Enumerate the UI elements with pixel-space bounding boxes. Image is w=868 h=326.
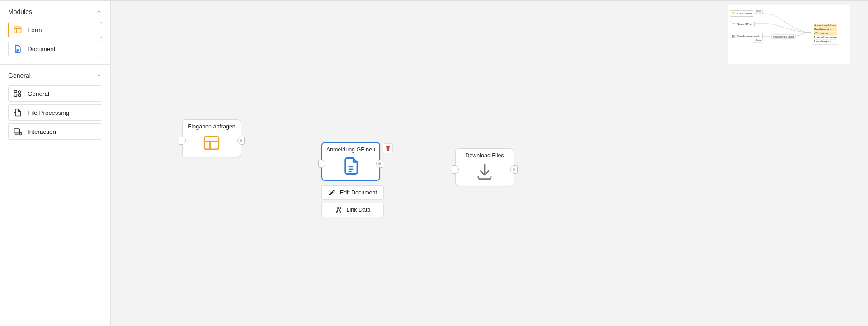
- section-items-general: General File Processing Interaction: [0, 85, 110, 142]
- svg-rect-0: [14, 27, 21, 33]
- svg-rect-6: [14, 90, 17, 92]
- node-title: Download Files: [456, 149, 514, 161]
- palette-item-label: General: [28, 90, 49, 97]
- section-title: General: [8, 72, 31, 79]
- node-document[interactable]: Anmeldung GF neu: [321, 142, 380, 181]
- minimap-card-row: Handelsregister: [814, 40, 837, 44]
- svg-point-11: [19, 133, 22, 135]
- svg-rect-15: [204, 137, 219, 149]
- minimap-pill: Unternehmen Objekt: [771, 34, 796, 39]
- section-header-modules[interactable]: Modules: [0, 1, 110, 22]
- node-download[interactable]: Download Files: [455, 148, 514, 186]
- node-body: [183, 132, 241, 157]
- svg-point-8: [19, 91, 21, 93]
- node-title: Anmeldung GF neu: [322, 143, 379, 155]
- palette-item-form[interactable]: Form: [8, 22, 102, 38]
- minimap-label: AR-Nummer: [737, 12, 752, 15]
- section-header-general[interactable]: General: [0, 65, 110, 85]
- delete-node-button[interactable]: [383, 143, 393, 153]
- interaction-icon: [13, 127, 22, 136]
- minimap-node: AR-Nummer: [730, 10, 754, 17]
- node-form[interactable]: Eingaben abfragen: [182, 119, 241, 157]
- node-actions: Edit Document Link Data: [321, 185, 384, 217]
- section-title: Modules: [8, 8, 32, 15]
- connectors: [111, 1, 246, 69]
- port-out[interactable]: [510, 165, 518, 174]
- palette-item-file-processing[interactable]: File Processing: [8, 104, 102, 121]
- minimap[interactable]: AR-Nummer +Seite Name GF alt Mandantenau…: [728, 5, 850, 64]
- minimap-label: Mandantenauswahl: [737, 35, 760, 38]
- general-icon: [13, 89, 22, 98]
- minimap-card-row: Anmeldung GF neu: [814, 24, 837, 28]
- minimap-card: Anmeldung GF neu Kaufdatenseiten AR-Numm…: [812, 23, 839, 45]
- sidebar-section-modules: Modules Form: [0, 1, 110, 65]
- minimap-card-row: Unternehmensname: [814, 36, 837, 40]
- palette-item-general[interactable]: General: [8, 85, 102, 102]
- minimap-label: Name GF alt: [737, 23, 752, 25]
- palette-item-label: File Processing: [28, 109, 69, 116]
- svg-point-23: [337, 208, 339, 209]
- form-icon: [13, 25, 22, 34]
- svg-point-9: [19, 94, 21, 97]
- node-body: [322, 155, 379, 180]
- palette-item-interaction[interactable]: Interaction: [8, 123, 102, 140]
- link-data-button[interactable]: Link Data: [321, 203, 384, 217]
- minimap-node: Name GF alt: [730, 21, 755, 27]
- minimap-card-row: Kaufdatenseiten: [814, 28, 837, 32]
- palette-item-label: Form: [28, 27, 42, 33]
- svg-rect-10: [14, 129, 20, 133]
- section-items-modules: Form Document: [0, 22, 110, 60]
- node-body: [456, 161, 514, 186]
- node-title: Eingaben abfragen: [183, 120, 241, 132]
- port-out[interactable]: [237, 137, 245, 145]
- chevron-up-icon: [96, 72, 102, 79]
- minimap-pill: +Seite: [753, 9, 763, 13]
- palette-item-document[interactable]: Document: [8, 41, 102, 57]
- minimap-pill: +Seite: [753, 38, 763, 43]
- file-processing-icon: [13, 108, 22, 117]
- palette-item-label: Interaction: [28, 128, 56, 135]
- edit-document-button[interactable]: Edit Document: [321, 185, 384, 200]
- action-label: Edit Document: [340, 189, 377, 196]
- svg-point-24: [340, 208, 341, 209]
- minimap-card-row: AR-Nummer: [814, 32, 837, 36]
- port-out[interactable]: [376, 160, 383, 168]
- palette-item-label: Document: [28, 46, 56, 52]
- chevron-up-icon: [96, 9, 102, 15]
- document-icon: [13, 44, 22, 53]
- svg-rect-7: [14, 94, 17, 97]
- svg-point-22: [340, 211, 341, 213]
- sidebar-section-general: General General File Pro: [0, 65, 110, 147]
- action-label: Link Data: [347, 207, 371, 213]
- sidebar: Modules Form: [0, 1, 111, 326]
- svg-point-21: [336, 211, 337, 213]
- workflow-canvas[interactable]: Eingaben abfragen Anmeldung GF neu Edit: [111, 1, 868, 326]
